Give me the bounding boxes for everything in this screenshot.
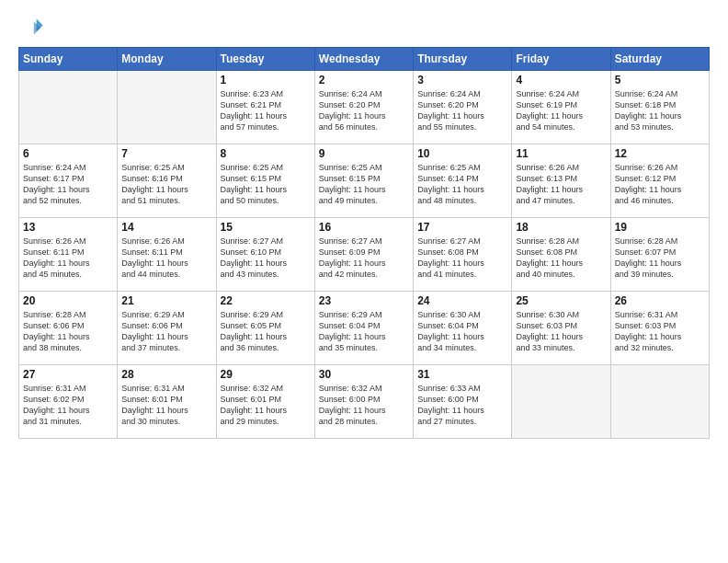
day-number: 25 (516, 294, 606, 307)
day-header-thursday: Thursday (414, 48, 512, 71)
day-info: Sunrise: 6:24 AM Sunset: 6:17 PM Dayligh… (23, 162, 113, 207)
day-number: 30 (319, 368, 409, 381)
day-number: 27 (23, 368, 113, 381)
day-info: Sunrise: 6:26 AM Sunset: 6:11 PM Dayligh… (121, 236, 211, 281)
day-info: Sunrise: 6:32 AM Sunset: 6:01 PM Dayligh… (221, 383, 311, 428)
calendar-cell: 31Sunrise: 6:33 AM Sunset: 6:00 PM Dayli… (414, 365, 512, 439)
day-info: Sunrise: 6:31 AM Sunset: 6:01 PM Dayligh… (121, 383, 211, 428)
day-number: 1 (221, 74, 311, 86)
calendar-week-3: 13Sunrise: 6:26 AM Sunset: 6:11 PM Dayli… (19, 218, 710, 292)
day-number: 24 (417, 294, 507, 307)
day-info: Sunrise: 6:28 AM Sunset: 6:07 PM Dayligh… (615, 236, 705, 281)
day-info: Sunrise: 6:31 AM Sunset: 6:03 PM Dayligh… (615, 309, 705, 354)
calendar-cell: 25Sunrise: 6:30 AM Sunset: 6:03 PM Dayli… (512, 292, 610, 365)
day-info: Sunrise: 6:24 AM Sunset: 6:19 PM Dayligh… (516, 88, 606, 133)
calendar-cell: 19Sunrise: 6:28 AM Sunset: 6:07 PM Dayli… (610, 218, 709, 292)
day-info: Sunrise: 6:26 AM Sunset: 6:13 PM Dayligh… (516, 162, 606, 207)
day-info: Sunrise: 6:25 AM Sunset: 6:16 PM Dayligh… (121, 162, 211, 207)
calendar-cell: 8Sunrise: 6:25 AM Sunset: 6:15 PM Daylig… (216, 144, 314, 218)
day-info: Sunrise: 6:31 AM Sunset: 6:02 PM Dayligh… (23, 383, 113, 428)
day-info: Sunrise: 6:25 AM Sunset: 6:15 PM Dayligh… (221, 162, 311, 207)
calendar-cell: 3Sunrise: 6:24 AM Sunset: 6:20 PM Daylig… (414, 71, 512, 144)
day-number: 12 (615, 147, 705, 160)
calendar-cell: 24Sunrise: 6:30 AM Sunset: 6:04 PM Dayli… (414, 292, 512, 365)
calendar-cell: 7Sunrise: 6:25 AM Sunset: 6:16 PM Daylig… (118, 144, 216, 218)
day-number: 4 (516, 74, 606, 86)
calendar-cell: 16Sunrise: 6:27 AM Sunset: 6:09 PM Dayli… (314, 218, 413, 292)
day-number: 7 (121, 147, 211, 160)
calendar-cell: 28Sunrise: 6:31 AM Sunset: 6:01 PM Dayli… (118, 365, 216, 439)
day-number: 26 (615, 294, 705, 307)
day-info: Sunrise: 6:29 AM Sunset: 6:04 PM Dayligh… (319, 309, 409, 354)
day-number: 31 (417, 368, 507, 381)
calendar-cell: 21Sunrise: 6:29 AM Sunset: 6:06 PM Dayli… (118, 292, 216, 365)
day-info: Sunrise: 6:29 AM Sunset: 6:06 PM Dayligh… (121, 309, 211, 354)
day-number: 18 (516, 221, 606, 234)
day-header-tuesday: Tuesday (216, 48, 314, 71)
day-info: Sunrise: 6:30 AM Sunset: 6:04 PM Dayligh… (417, 309, 507, 354)
day-number: 9 (319, 147, 409, 160)
day-info: Sunrise: 6:25 AM Sunset: 6:14 PM Dayligh… (417, 162, 507, 207)
day-info: Sunrise: 6:28 AM Sunset: 6:06 PM Dayligh… (23, 309, 113, 354)
day-number: 17 (417, 221, 507, 234)
day-info: Sunrise: 6:24 AM Sunset: 6:20 PM Dayligh… (417, 88, 507, 133)
day-number: 8 (221, 147, 311, 160)
calendar-cell: 20Sunrise: 6:28 AM Sunset: 6:06 PM Dayli… (19, 292, 118, 365)
calendar-cell: 6Sunrise: 6:24 AM Sunset: 6:17 PM Daylig… (19, 144, 118, 218)
day-info: Sunrise: 6:30 AM Sunset: 6:03 PM Dayligh… (516, 309, 606, 354)
logo-icon (18, 14, 44, 40)
calendar-cell: 9Sunrise: 6:25 AM Sunset: 6:15 PM Daylig… (314, 144, 413, 218)
day-number: 2 (319, 74, 409, 86)
day-number: 5 (615, 74, 705, 86)
day-info: Sunrise: 6:26 AM Sunset: 6:11 PM Dayligh… (23, 236, 113, 281)
day-info: Sunrise: 6:27 AM Sunset: 6:10 PM Dayligh… (221, 236, 311, 281)
day-header-sunday: Sunday (19, 48, 118, 71)
calendar-cell: 29Sunrise: 6:32 AM Sunset: 6:01 PM Dayli… (216, 365, 314, 439)
day-info: Sunrise: 6:24 AM Sunset: 6:18 PM Dayligh… (615, 88, 705, 133)
day-number: 22 (221, 294, 311, 307)
day-header-wednesday: Wednesday (314, 48, 413, 71)
calendar-week-2: 6Sunrise: 6:24 AM Sunset: 6:17 PM Daylig… (19, 144, 710, 218)
calendar-cell (512, 365, 610, 439)
day-number: 21 (121, 294, 211, 307)
day-info: Sunrise: 6:26 AM Sunset: 6:12 PM Dayligh… (615, 162, 705, 207)
calendar-cell: 27Sunrise: 6:31 AM Sunset: 6:02 PM Dayli… (19, 365, 118, 439)
day-header-monday: Monday (118, 48, 216, 71)
day-info: Sunrise: 6:25 AM Sunset: 6:15 PM Dayligh… (319, 162, 409, 207)
calendar-cell: 2Sunrise: 6:24 AM Sunset: 6:20 PM Daylig… (314, 71, 413, 144)
calendar-cell: 13Sunrise: 6:26 AM Sunset: 6:11 PM Dayli… (19, 218, 118, 292)
day-info: Sunrise: 6:32 AM Sunset: 6:00 PM Dayligh… (319, 383, 409, 428)
day-number: 13 (23, 221, 113, 234)
calendar-cell: 5Sunrise: 6:24 AM Sunset: 6:18 PM Daylig… (610, 71, 709, 144)
day-header-saturday: Saturday (610, 48, 709, 71)
calendar-cell: 11Sunrise: 6:26 AM Sunset: 6:13 PM Dayli… (512, 144, 610, 218)
calendar-cell: 10Sunrise: 6:25 AM Sunset: 6:14 PM Dayli… (414, 144, 512, 218)
calendar-cell (19, 71, 118, 144)
day-number: 10 (417, 147, 507, 160)
day-number: 14 (121, 221, 211, 234)
day-info: Sunrise: 6:33 AM Sunset: 6:00 PM Dayligh… (417, 383, 507, 428)
day-info: Sunrise: 6:28 AM Sunset: 6:08 PM Dayligh… (516, 236, 606, 281)
calendar-week-5: 27Sunrise: 6:31 AM Sunset: 6:02 PM Dayli… (19, 365, 710, 439)
calendar-cell: 1Sunrise: 6:23 AM Sunset: 6:21 PM Daylig… (216, 71, 314, 144)
day-number: 15 (221, 221, 311, 234)
calendar-cell: 12Sunrise: 6:26 AM Sunset: 6:12 PM Dayli… (610, 144, 709, 218)
page: SundayMondayTuesdayWednesdayThursdayFrid… (0, 0, 728, 563)
calendar-cell (610, 365, 709, 439)
day-number: 16 (319, 221, 409, 234)
calendar-cell: 18Sunrise: 6:28 AM Sunset: 6:08 PM Dayli… (512, 218, 610, 292)
day-number: 11 (516, 147, 606, 160)
day-number: 28 (121, 368, 211, 381)
header (18, 14, 710, 40)
calendar-cell: 23Sunrise: 6:29 AM Sunset: 6:04 PM Dayli… (314, 292, 413, 365)
calendar-cell: 26Sunrise: 6:31 AM Sunset: 6:03 PM Dayli… (610, 292, 709, 365)
calendar-cell: 30Sunrise: 6:32 AM Sunset: 6:00 PM Dayli… (314, 365, 413, 439)
calendar-week-1: 1Sunrise: 6:23 AM Sunset: 6:21 PM Daylig… (19, 71, 710, 144)
day-number: 20 (23, 294, 113, 307)
calendar-header-row: SundayMondayTuesdayWednesdayThursdayFrid… (19, 48, 710, 71)
calendar-cell: 4Sunrise: 6:24 AM Sunset: 6:19 PM Daylig… (512, 71, 610, 144)
day-info: Sunrise: 6:24 AM Sunset: 6:20 PM Dayligh… (319, 88, 409, 133)
day-number: 3 (417, 74, 507, 86)
calendar-table: SundayMondayTuesdayWednesdayThursdayFrid… (18, 47, 710, 439)
day-info: Sunrise: 6:27 AM Sunset: 6:09 PM Dayligh… (319, 236, 409, 281)
